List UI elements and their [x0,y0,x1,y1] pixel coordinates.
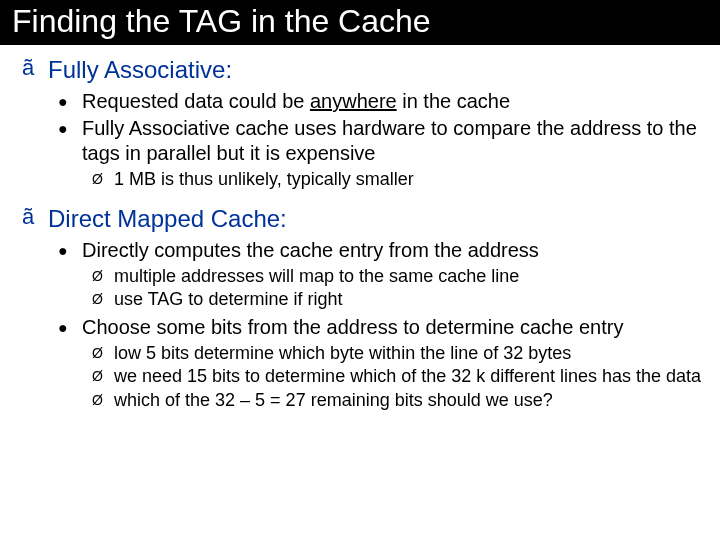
bullet-lvl3-icon: Ø [92,168,114,191]
section-fully-associative: ã Fully Associative: [22,55,702,85]
item-text: low 5 bits determine which byte within t… [114,342,571,365]
bullet-lvl3-icon: Ø [92,389,114,412]
heading-direct-mapped: Direct Mapped Cache: [48,204,287,234]
text-pre: Requested data could be [82,90,310,112]
text-post: in the cache [397,90,510,112]
bullet-lvl2-icon: ● [58,116,82,166]
section-direct-mapped: ã Direct Mapped Cache: [22,204,702,234]
slide: Finding the TAG in the Cache ã Fully Ass… [0,0,720,540]
item-text: Fully Associative cache uses hardware to… [82,116,702,166]
list-item: Ø we need 15 bits to determine which of … [92,365,702,388]
list-item: Ø 1 MB is thus unlikely, typically small… [92,168,702,191]
list-lvl2: ● Requested data could be anywhere in th… [58,89,702,166]
bullet-lvl3-icon: Ø [92,265,114,288]
bullet-lvl2-icon: ● [58,238,82,263]
item-text: 1 MB is thus unlikely, typically smaller [114,168,414,191]
text-underlined: anywhere [310,90,397,112]
spacer [22,192,702,198]
slide-content: ã Fully Associative: ● Requested data co… [0,45,720,411]
list-lvl3: Ø low 5 bits determine which byte within… [92,342,702,412]
list-item: ● Requested data could be anywhere in th… [58,89,702,114]
bullet-lvl1-icon: ã [22,55,48,85]
list-item: ● Directly computes the cache entry from… [58,238,702,263]
bullet-lvl2-icon: ● [58,315,82,340]
slide-title: Finding the TAG in the Cache [0,0,720,45]
bullet-lvl2-icon: ● [58,89,82,114]
list-item: ● Fully Associative cache uses hardware … [58,116,702,166]
list-item: Ø low 5 bits determine which byte within… [92,342,702,365]
list-item: Ø which of the 32 – 5 = 27 remaining bit… [92,389,702,412]
item-text: which of the 32 – 5 = 27 remaining bits … [114,389,553,412]
heading-fully-associative: Fully Associative: [48,55,232,85]
bullet-lvl3-icon: Ø [92,365,114,388]
list-item: Ø use TAG to determine if right [92,288,702,311]
bullet-lvl3-icon: Ø [92,288,114,311]
list-lvl2: ● Choose some bits from the address to d… [58,315,702,340]
bullet-lvl1-icon: ã [22,204,48,234]
bullet-lvl3-icon: Ø [92,342,114,365]
item-text: we need 15 bits to determine which of th… [114,365,701,388]
item-text: Requested data could be anywhere in the … [82,89,510,114]
item-text: Choose some bits from the address to det… [82,315,623,340]
list-item: Ø multiple addresses will map to the sam… [92,265,702,288]
list-item: ● Choose some bits from the address to d… [58,315,702,340]
list-lvl3: Ø 1 MB is thus unlikely, typically small… [92,168,702,191]
item-text: use TAG to determine if right [114,288,342,311]
list-lvl3: Ø multiple addresses will map to the sam… [92,265,702,311]
item-text: multiple addresses will map to the same … [114,265,519,288]
list-lvl2: ● Directly computes the cache entry from… [58,238,702,263]
item-text: Directly computes the cache entry from t… [82,238,539,263]
